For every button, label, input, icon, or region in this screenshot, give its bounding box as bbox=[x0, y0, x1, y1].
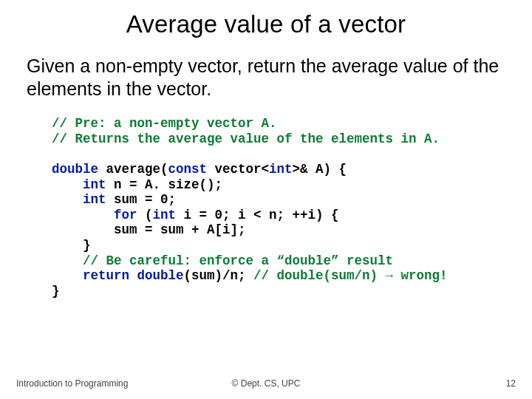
decl-n: n = A. size(); bbox=[106, 177, 223, 192]
fn-sig-a: average( bbox=[98, 162, 168, 177]
kw-const: const bbox=[168, 162, 208, 177]
slide-title: Average value of a vector bbox=[0, 0, 532, 38]
ret-space bbox=[129, 268, 137, 283]
slide: Average value of a vector Given a non-em… bbox=[0, 0, 532, 399]
sum-accum: sum = sum + A[i]; bbox=[114, 222, 246, 237]
problem-statement: Given a non-empty vector, return the ave… bbox=[0, 38, 532, 100]
kw-for: for bbox=[114, 208, 137, 222]
footer-page-number: 12 bbox=[506, 378, 516, 389]
brace-close-for: } bbox=[83, 238, 91, 253]
kw-int-i: int bbox=[153, 208, 177, 222]
brace-close-fn: } bbox=[52, 284, 60, 299]
comment-returns: // Returns the average value of the elem… bbox=[52, 132, 440, 146]
comment-pre: // Pre: a non-empty vector A. bbox=[52, 116, 277, 131]
code-block: // Pre: a non-empty vector A. // Returns… bbox=[0, 100, 532, 299]
kw-int-n: int bbox=[83, 177, 106, 192]
kw-double: double bbox=[52, 162, 98, 177]
ret-expr: (sum)/n; bbox=[184, 268, 254, 283]
fn-sig-c: >& A) { bbox=[293, 162, 347, 177]
comment-wrong: // double(sum/n) → wrong! bbox=[253, 268, 448, 283]
decl-sum: sum = 0; bbox=[106, 192, 177, 207]
comment-careful: // Be careful: enforce a “double” result bbox=[83, 253, 393, 268]
kw-return: return bbox=[83, 268, 129, 283]
kw-int-tpl: int bbox=[269, 162, 293, 177]
footer-center: © Dept. CS, UPC bbox=[0, 378, 532, 389]
fn-sig-b: vector< bbox=[207, 162, 269, 177]
for-open: ( bbox=[137, 208, 153, 222]
kw-double-cast: double bbox=[137, 268, 184, 283]
for-rest: i = 0; i < n; ++i) { bbox=[176, 208, 339, 222]
kw-int-sum: int bbox=[83, 192, 106, 207]
